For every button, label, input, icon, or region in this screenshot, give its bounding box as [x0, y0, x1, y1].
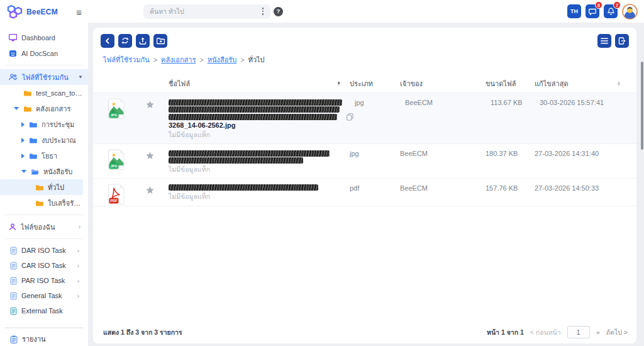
file-owner: BeeECM [405, 93, 491, 106]
help-icon[interactable]: ? [274, 7, 283, 16]
file-thumbnail-jpg[interactable]: JPG [101, 144, 141, 171]
redacted-filename-line [169, 150, 330, 157]
sidebar-folder-test-scan[interactable]: test_scan_to_ecm [0, 85, 88, 101]
search-input[interactable] [150, 8, 259, 15]
showing-count: แสดง 1 ถึง 3 จาก 3 รายการ [103, 327, 182, 338]
sidebar-item-reports[interactable]: รายงาน [0, 332, 88, 346]
search-options-kebab-icon[interactable] [259, 6, 267, 17]
file-thumbnail-jpg[interactable]: JPG [101, 93, 141, 120]
refresh-icon [121, 37, 129, 45]
back-button[interactable] [101, 34, 114, 48]
page-scrollbar[interactable] [641, 62, 643, 150]
sidebar-item-my-files[interactable]: ไฟล์ของฉัน › [0, 219, 88, 235]
svg-text:PDF: PDF [110, 199, 118, 203]
refresh-button[interactable] [118, 34, 132, 48]
export-button[interactable] [615, 34, 629, 48]
caret-right-icon[interactable] [21, 153, 25, 159]
sidebar-folder-general[interactable]: ทั่วไป [0, 179, 83, 195]
sidebar-item-label: test_scan_to_ecm [36, 89, 83, 97]
previous-page-button[interactable]: < ก่อนหน้า [530, 327, 561, 338]
sort-filename-icon[interactable]: ▲▼ [337, 81, 341, 86]
chevron-left-icon [104, 38, 111, 44]
last-page-button[interactable]: » [596, 328, 600, 336]
folder-icon [23, 105, 31, 112]
copy-icon[interactable] [347, 113, 353, 122]
sidebar-folder-civil[interactable]: โยธา [0, 148, 88, 164]
caret-down-icon[interactable] [21, 170, 26, 173]
sidebar-item-label: CAR ISO Task [21, 262, 66, 269]
sidebar-item-par-iso-task[interactable]: PAR ISO Task › [0, 273, 88, 288]
table-row[interactable]: JPG ไม่มีข้อมูลแท็ก jpg BeeECM 180.37 KB… [93, 144, 636, 179]
sidebar-item-dashboard[interactable]: Dashboard [0, 30, 88, 45]
column-header-owner[interactable]: เจ้าของ [400, 78, 486, 89]
user-avatar[interactable] [622, 4, 638, 20]
file-name-cell[interactable]: ไม่มีข้อมูลแท็ก [169, 144, 350, 178]
folder-icon [29, 121, 37, 128]
page-number-input[interactable] [567, 326, 590, 338]
sidebar-item-external-task[interactable]: External Task [0, 303, 88, 318]
language-button[interactable]: TH [567, 4, 581, 18]
column-header-size[interactable]: ขนาดไฟล์ [486, 78, 535, 89]
favorite-star-icon[interactable] [141, 144, 169, 161]
list-icon [601, 38, 608, 44]
favorite-star-icon[interactable] [141, 93, 169, 110]
upload-icon [139, 37, 147, 45]
sort-icon[interactable]: ▲▼ [617, 81, 621, 86]
list-view-button[interactable] [597, 34, 611, 48]
caret-right-icon[interactable] [21, 122, 25, 127]
next-page-button[interactable]: ถัดไป > [606, 327, 628, 338]
file-name-cell[interactable]: ไม่มีข้อมูลแท็ก [169, 179, 350, 205]
hamburger-menu-icon[interactable]: ≡ [76, 8, 82, 17]
breadcrumb-item[interactable]: คลังเอกสาร [161, 54, 196, 65]
table-row[interactable]: JPG 3268_14-06-2562.jpg ไม่มีข้อมูลแท็ก … [93, 93, 636, 144]
file-toolbar [93, 28, 636, 50]
sidebar-item-label: DAR ISO Task [21, 247, 66, 254]
folder-icon [23, 89, 31, 96]
favorite-star-icon[interactable] [141, 179, 169, 196]
notification-badge: 7 [613, 1, 621, 9]
global-search[interactable] [143, 4, 270, 19]
sidebar-folder-budget[interactable]: งบประมาณ [0, 132, 88, 148]
sidebar-folder-meetings[interactable]: การประชุม [0, 116, 88, 132]
sidebar-folder-receipts[interactable]: ใบเสร็จรับเงิน [0, 195, 88, 211]
file-type: jpg [355, 93, 405, 106]
breadcrumb-item[interactable]: หนังสือรับ [208, 54, 236, 65]
file-size: 113.67 KB [491, 93, 540, 106]
sidebar-item-ai-docscan[interactable]: AI DocScan [0, 45, 88, 61]
upload-button[interactable] [136, 34, 150, 48]
redacted-filename-line [169, 106, 340, 113]
file-type: jpg [350, 144, 400, 157]
sidebar-folder-document-library[interactable]: คลังเอกสาร [0, 101, 88, 116]
dashboard-icon [9, 34, 17, 42]
document-icon [10, 262, 17, 270]
file-name-cell[interactable]: 3268_14-06-2562.jpg ไม่มีข้อมูลแท็ก [169, 93, 355, 143]
file-thumbnail-pdf[interactable]: PDF [101, 179, 141, 206]
caret-down-icon[interactable] [14, 107, 19, 110]
column-header-modified[interactable]: แก้ไขล่าสุด [535, 78, 609, 89]
column-header-type[interactable]: ประเภท [350, 78, 400, 89]
column-header-filename[interactable]: ชื่อไฟล์ [169, 78, 190, 89]
caret-right-icon[interactable] [21, 138, 25, 143]
bell-icon [608, 8, 614, 15]
folder-icon [29, 137, 37, 143]
chat-button[interactable]: 0 [586, 4, 599, 18]
sidebar-item-dar-iso-task[interactable]: DAR ISO Task › [0, 243, 88, 258]
sidebar-item-car-iso-task[interactable]: CAR ISO Task › [0, 258, 88, 273]
table-row[interactable]: PDF ไม่มีข้อมูลแท็ก pdf BeeECM 157.76 KB… [93, 179, 636, 206]
notifications-button[interactable]: 7 [604, 4, 618, 18]
breadcrumb-item[interactable]: ไฟล์ที่ใช้ร่วมกัน [103, 54, 150, 65]
shared-users-icon [9, 74, 18, 81]
file-browser-card: ไฟล์ที่ใช้ร่วมกัน > คลังเอกสาร > หนังสือ… [93, 28, 636, 343]
sidebar-item-general-task[interactable]: General Task › [0, 288, 88, 303]
folder-plus-icon [157, 37, 165, 45]
topbar: ? TH 0 7 [88, 0, 644, 23]
file-owner: BeeECM [400, 179, 486, 192]
new-folder-button[interactable] [153, 34, 167, 48]
sidebar-item-label: ไฟล์ของฉัน [21, 221, 55, 233]
sidebar-item-shared-files[interactable]: ไฟล์ที่ใช้ร่วมกัน ▼ [0, 69, 88, 85]
chat-badge: 0 [595, 1, 602, 9]
sidebar-folder-incoming-docs[interactable]: หนังสือรับ [0, 164, 88, 179]
table-header: ชื่อไฟล์ ▲▼ ประเภท เจ้าของ ขนาดไฟล์ แก้ไ… [93, 74, 636, 93]
breadcrumb: ไฟล์ที่ใช้ร่วมกัน > คลังเอกสาร > หนังสือ… [93, 50, 636, 65]
file-tag-status: ไม่มีข้อมูลแท็ก [169, 130, 342, 139]
